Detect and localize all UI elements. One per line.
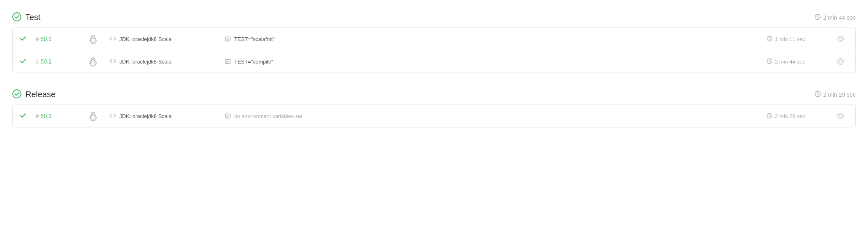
code-icon: [110, 58, 116, 66]
os-icon: [77, 111, 110, 121]
clock-icon: [767, 36, 772, 43]
svg-point-12: [838, 36, 844, 42]
svg-point-6: [91, 39, 95, 43]
job-number-text: 50.2: [41, 58, 52, 65]
os-icon: [77, 34, 110, 44]
job-duration: 2 min 29 sec: [767, 113, 832, 120]
job-restart-button[interactable]: [832, 58, 849, 65]
svg-line-31: [91, 120, 92, 121]
hash-icon: #: [36, 36, 39, 42]
job-number[interactable]: #50.1: [36, 36, 77, 42]
clock-icon: [815, 91, 821, 98]
job-env-text: no environment variables set: [234, 113, 302, 119]
code-icon: [110, 112, 116, 120]
hash-icon: #: [36, 113, 39, 119]
job-restart-button[interactable]: [832, 35, 849, 43]
svg-point-24: [13, 90, 21, 98]
job-jdk: JDK: oraclejdk8 Scala: [110, 58, 224, 66]
job-env: TEST="compile": [224, 58, 767, 66]
job-jdk-text: JDK: oraclejdk8 Scala: [119, 59, 171, 65]
svg-line-8: [95, 43, 96, 44]
svg-point-4: [92, 36, 93, 37]
section-duration-text-release: 2 min 29 sec: [823, 91, 856, 98]
code-icon: [110, 35, 116, 43]
svg-point-16: [94, 59, 94, 59]
svg-point-36: [838, 113, 844, 119]
svg-point-29: [94, 113, 94, 114]
job-status-check: [19, 112, 36, 120]
section-duration-release: 2 min 29 sec: [815, 91, 856, 98]
svg-line-18: [91, 66, 92, 66]
svg-point-30: [91, 116, 95, 120]
job-duration-text: 2 min 29 sec: [775, 113, 805, 119]
section-duration-test: 2 min 44 sec: [815, 14, 856, 21]
job-duration: 2 min 44 sec: [767, 58, 832, 65]
clock-icon: [815, 14, 821, 21]
job-number-text: 50.3: [41, 113, 52, 119]
rows-container-release: #50.3 JDK: oraclejdk8 Scala no environme…: [12, 105, 856, 127]
table-row: #50.2 JDK: oraclejdk8 Scala TEST="compil…: [13, 50, 855, 73]
section-release: Release 2 min 29 sec #50.3 JDK: oraclejd…: [12, 85, 856, 127]
job-number-text: 50.1: [41, 36, 52, 42]
clock-icon: [767, 113, 772, 120]
section-duration-text-test: 2 min 44 sec: [823, 14, 856, 21]
box-icon: [224, 35, 231, 43]
section-title-group-release: Release: [12, 89, 55, 100]
svg-point-23: [838, 59, 844, 65]
svg-point-28: [92, 113, 93, 114]
svg-line-7: [91, 43, 92, 44]
svg-point-17: [91, 61, 95, 65]
main-container: Test 2 min 44 sec #50.1 JDK: oraclejdk8 …: [0, 0, 868, 148]
section-test: Test 2 min 44 sec #50.1 JDK: oraclejdk8 …: [12, 8, 856, 73]
clock-icon: [767, 58, 772, 65]
table-row: #50.1 JDK: oraclejdk8 Scala TEST="scalaf…: [13, 28, 855, 50]
job-duration-text: 2 min 44 sec: [775, 59, 805, 65]
job-env: no environment variables set: [224, 112, 767, 120]
svg-point-5: [94, 36, 94, 37]
job-status-check: [19, 35, 36, 43]
section-header-release: Release 2 min 29 sec: [12, 85, 856, 105]
job-jdk-text: JDK: oraclejdk8 Scala: [119, 113, 171, 119]
job-jdk: JDK: oraclejdk8 Scala: [110, 112, 224, 120]
table-row: #50.3 JDK: oraclejdk8 Scala no environme…: [13, 105, 855, 127]
job-number[interactable]: #50.2: [36, 58, 77, 65]
job-number[interactable]: #50.3: [36, 113, 77, 119]
section-title-text-test: Test: [25, 13, 41, 22]
check-circle-icon: [12, 12, 21, 23]
check-circle-icon: [12, 89, 21, 100]
job-duration-text: 1 min 11 sec: [775, 36, 805, 42]
svg-point-15: [92, 59, 93, 59]
section-title-text-release: Release: [25, 90, 55, 99]
svg-line-32: [95, 120, 96, 121]
svg-line-19: [95, 66, 96, 66]
rows-container-test: #50.1 JDK: oraclejdk8 Scala TEST="scalaf…: [12, 27, 856, 73]
box-icon: [224, 58, 231, 66]
job-duration: 1 min 11 sec: [767, 36, 832, 43]
section-title-group-test: Test: [12, 12, 41, 23]
job-jdk-text: JDK: oraclejdk8 Scala: [119, 36, 171, 42]
job-status-check: [19, 57, 36, 66]
job-jdk: JDK: oraclejdk8 Scala: [110, 35, 224, 43]
job-env: TEST="scalafmt": [224, 35, 767, 43]
svg-point-0: [13, 13, 21, 21]
os-icon: [77, 56, 110, 67]
hash-icon: #: [36, 58, 39, 65]
box-icon: [224, 112, 231, 120]
job-env-text: TEST="compile": [234, 59, 273, 65]
job-env-text: TEST="scalafmt": [234, 36, 274, 42]
section-header-test: Test 2 min 44 sec: [12, 8, 856, 27]
job-restart-button[interactable]: [832, 112, 849, 120]
